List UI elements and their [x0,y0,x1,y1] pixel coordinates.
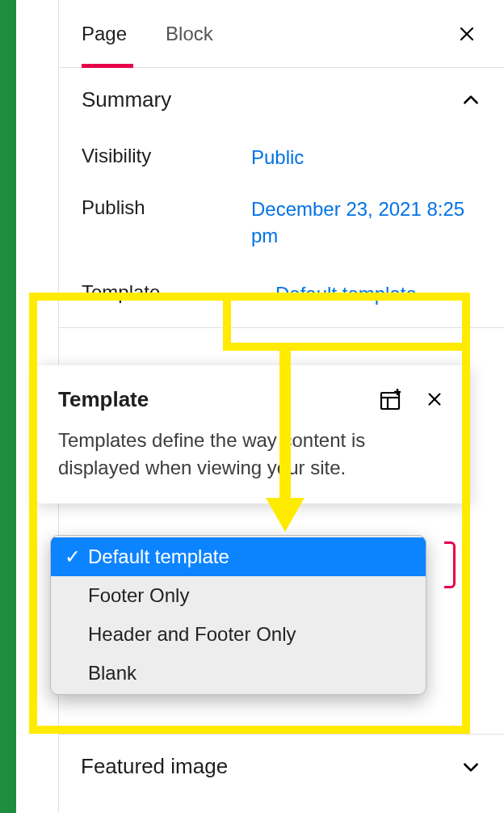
template-option-footer-only[interactable]: ✓ Footer Only [51,576,426,615]
close-popover-button[interactable] [420,385,449,414]
summary-section: Summary Visibility Public Publish Decemb… [59,68,504,328]
publish-label: Publish [82,196,251,219]
summary-title: Summary [82,87,171,112]
template-option-blank[interactable]: ✓ Blank [51,654,426,693]
template-option-label: Blank [88,662,136,685]
template-dropdown: ✓ Default template ✓ Footer Only ✓ Heade… [50,535,426,695]
check-icon: ✓ [62,546,83,568]
template-popover-header: Template [37,365,470,423]
chevron-up-icon [460,90,481,111]
template-select-field[interactable] [444,541,456,588]
template-row: Template Default template [59,262,504,326]
template-value[interactable]: Default template [251,281,481,307]
visibility-label: Visibility [82,145,251,167]
active-tab-underline [82,64,133,68]
admin-bar-indicator [0,0,16,813]
template-option-default[interactable]: ✓ Default template [51,537,426,576]
featured-image-toggle[interactable]: Featured image [58,735,504,798]
template-option-label: Default template [88,546,229,568]
template-option-header-footer[interactable]: ✓ Header and Footer Only [51,615,426,654]
featured-image-title: Featured image [81,754,228,779]
close-icon [426,390,443,408]
template-option-label: Header and Footer Only [88,623,296,646]
publish-value[interactable]: December 23, 2021 8:25 pm [251,196,481,249]
visibility-row: Visibility Public [59,132,504,183]
settings-tabs: Page Block [59,0,504,68]
publish-row: Publish December 23, 2021 8:25 pm [59,183,504,262]
tab-page[interactable]: Page [82,0,127,67]
svg-rect-2 [381,393,399,409]
template-option-label: Footer Only [88,584,189,607]
featured-image-section: Featured image [58,734,504,798]
template-popover: Template Templates define the way conten… [37,365,470,503]
template-popover-description: Templates define the way content is disp… [37,423,470,497]
chevron-down-icon [460,756,481,777]
summary-toggle[interactable]: Summary [59,68,504,132]
visibility-value[interactable]: Public [251,145,481,171]
close-settings-button[interactable] [452,19,481,48]
close-icon [457,24,477,44]
add-template-icon [378,386,404,412]
add-template-button[interactable] [376,385,405,414]
tab-block[interactable]: Block [166,0,213,67]
template-label: Template [82,281,251,304]
template-popover-title: Template [58,387,149,412]
